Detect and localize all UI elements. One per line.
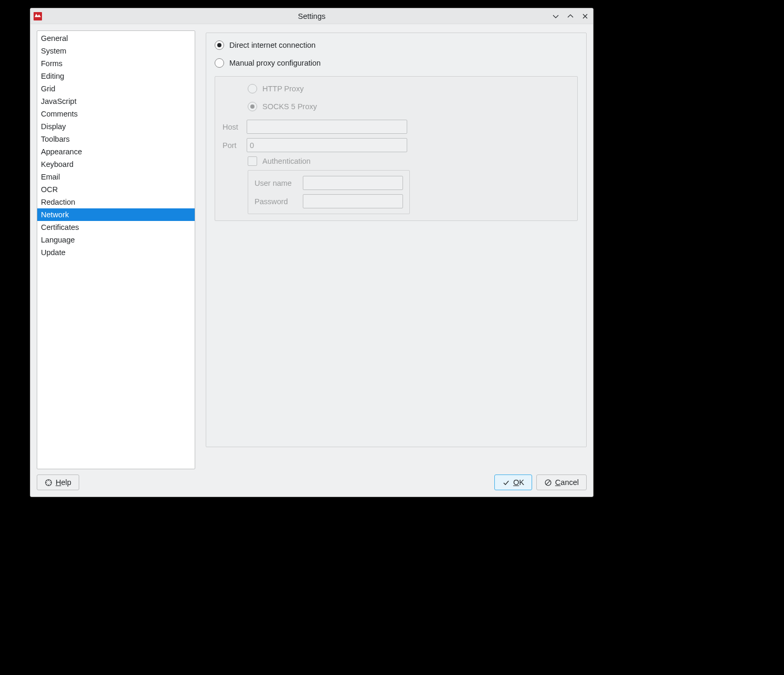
host-label: Host [223, 123, 242, 131]
authentication-group: User name Password [248, 170, 410, 214]
host-row: Host [223, 120, 570, 134]
help-button[interactable]: Help [37, 474, 79, 490]
sidebar-item-redaction[interactable]: Redaction [37, 196, 195, 208]
port-row: Port 0 [223, 138, 570, 152]
sidebar-item-network[interactable]: Network [37, 208, 195, 221]
titlebar: Settings [30, 8, 593, 24]
cancel-icon [544, 479, 552, 487]
username-input[interactable] [303, 176, 403, 190]
cancel-button[interactable]: Cancel [536, 474, 587, 490]
cancel-button-label: Cancel [555, 478, 579, 487]
proxy-settings-group: HTTP Proxy SOCKS 5 Proxy Host Port [215, 76, 578, 221]
help-icon [45, 479, 52, 487]
radio-manual-proxy[interactable] [215, 58, 224, 68]
window-title: Settings [30, 12, 593, 20]
sidebar-item-system[interactable]: System [37, 45, 195, 57]
port-label: Port [223, 141, 242, 150]
sidebar-item-certificates[interactable]: Certificates [37, 221, 195, 234]
sidebar-item-language[interactable]: Language [37, 234, 195, 246]
dialog-footer: Help OK Cancel [37, 469, 587, 490]
settings-dialog: Settings General System Forms Editing Gr… [30, 8, 594, 497]
host-input[interactable] [247, 120, 407, 134]
radio-http-proxy[interactable] [248, 84, 257, 93]
username-label: User name [255, 179, 299, 187]
ok-button[interactable]: OK [494, 474, 532, 490]
maximize-button[interactable] [566, 12, 575, 21]
socks-proxy-row: SOCKS 5 Proxy [248, 102, 570, 111]
http-proxy-label: HTTP Proxy [262, 85, 304, 93]
settings-category-list[interactable]: General System Forms Editing Grid JavaSc… [37, 30, 195, 469]
settings-main: Direct internet connection Manual proxy … [206, 30, 587, 469]
authentication-checkbox[interactable] [248, 156, 257, 166]
authentication-row: Authentication [248, 156, 570, 166]
svg-line-2 [546, 480, 550, 484]
direct-connection-label: Direct internet connection [229, 41, 315, 49]
sidebar-item-forms[interactable]: Forms [37, 57, 195, 70]
sidebar-item-general[interactable]: General [37, 32, 195, 45]
password-row: Password [255, 194, 403, 208]
sidebar-item-update[interactable]: Update [37, 246, 195, 259]
direct-connection-row: Direct internet connection [215, 40, 578, 50]
password-label: Password [255, 197, 299, 206]
close-button[interactable] [580, 12, 590, 21]
port-input[interactable]: 0 [247, 138, 407, 152]
sidebar-item-javascript[interactable]: JavaScript [37, 95, 195, 108]
network-settings-panel: Direct internet connection Manual proxy … [206, 33, 587, 447]
authentication-label: Authentication [262, 157, 311, 165]
manual-proxy-label: Manual proxy configuration [229, 59, 321, 67]
http-proxy-row: HTTP Proxy [248, 84, 570, 93]
sidebar-item-display[interactable]: Display [37, 120, 195, 133]
sidebar-item-editing[interactable]: Editing [37, 70, 195, 82]
ok-button-label: OK [513, 478, 524, 487]
sidebar-item-keyboard[interactable]: Keyboard [37, 158, 195, 171]
username-row: User name [255, 176, 403, 190]
window-controls [551, 8, 590, 24]
sidebar-item-email[interactable]: Email [37, 171, 195, 183]
radio-socks5-proxy[interactable] [248, 102, 257, 111]
help-button-label: Help [56, 478, 71, 487]
sidebar-item-comments[interactable]: Comments [37, 108, 195, 120]
password-input[interactable] [303, 194, 403, 208]
radio-direct-connection[interactable] [215, 40, 224, 50]
sidebar-item-toolbars[interactable]: Toolbars [37, 133, 195, 145]
app-icon [34, 12, 42, 20]
checkmark-icon [502, 479, 510, 487]
sidebar-item-grid[interactable]: Grid [37, 82, 195, 95]
sidebar-item-appearance[interactable]: Appearance [37, 145, 195, 158]
sidebar-item-ocr[interactable]: OCR [37, 183, 195, 196]
manual-proxy-row: Manual proxy configuration [215, 58, 578, 68]
socks-proxy-label: SOCKS 5 Proxy [262, 102, 317, 111]
minimize-button[interactable] [551, 12, 560, 21]
